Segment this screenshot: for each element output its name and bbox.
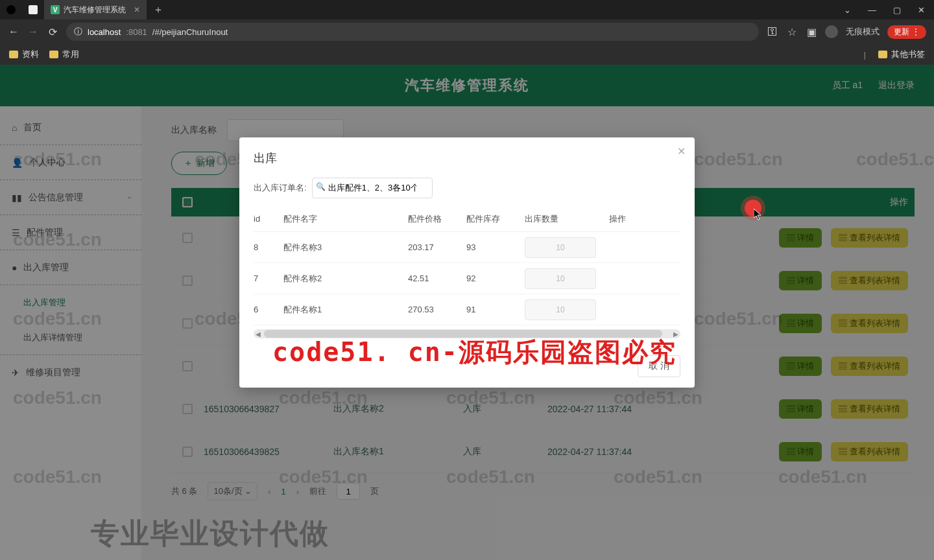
app-root: 汽车维修管理系统 员工 a1 退出登录 ⌂首页 👤个人中心 ▮▮公告信息管理› … [0,65,934,560]
modal-mask: 出库 ✕ 出入库订单名: 🔍 id 配件名字 配件价格 配件库存 出库数量 操作 [0,65,934,560]
update-button[interactable]: 更新⋮ [887,25,926,39]
forward-icon[interactable]: → [27,26,39,38]
info-icon: ⓘ [74,26,82,38]
dialog-table-row: 6配件名称1270.5391 [254,294,680,325]
chevron-down-icon[interactable]: ⌄ [844,5,851,15]
bookmark-bar: 资料 常用 | 其他书签 [0,44,934,65]
dialog-close-button[interactable]: ✕ [677,145,686,158]
folder-icon [9,51,18,58]
window-controls: ⌄ — ▢ ✕ [835,0,934,19]
scroll-left-icon[interactable]: ◀ [254,331,263,338]
address-bar: ← → ⟳ ⓘ localhost:8081/#/peijianChuruIno… [0,19,934,44]
url-input[interactable]: ⓘ localhost:8081/#/peijianChuruInout [66,23,759,41]
dialog-table-header: id 配件名字 配件价格 配件库存 出库数量 操作 [254,206,680,232]
tab-item-1[interactable] [22,0,44,19]
tab-label: 汽车维修管理系统 [64,5,126,16]
url-port: :8081 [126,27,147,37]
dialog-table-row: 8配件名称3203.1793 [254,232,680,263]
qty-input[interactable] [525,237,596,258]
url-host: localhost [88,27,121,37]
folder-icon [49,51,58,58]
tab-bar: V 汽车维修管理系统 ✕ ＋ ⌄ — ▢ ✕ [0,0,934,19]
folder-icon [878,51,887,58]
incognito-icon [825,25,838,38]
cancel-button[interactable]: 取 消 [638,355,680,377]
order-name-input[interactable] [312,178,433,198]
outbound-dialog: 出库 ✕ 出入库订单名: 🔍 id 配件名字 配件价格 配件库存 出库数量 操作 [239,137,695,388]
key-icon[interactable]: ⚿ [767,26,778,38]
tab-item-2[interactable]: V 汽车维修管理系统 ✕ [44,0,147,19]
order-name-label: 出入库订单名: [254,182,307,194]
panel-icon[interactable]: ▣ [806,26,817,38]
qty-input[interactable] [525,268,596,289]
url-path: /#/peijianChuruInout [152,27,228,37]
incognito-label: 无痕模式 [846,26,880,38]
qty-input[interactable] [525,299,596,320]
minimize-icon[interactable]: — [868,5,876,15]
star-icon[interactable]: ☆ [786,26,798,38]
back-icon[interactable]: ← [8,26,19,38]
tab-item-0[interactable] [0,0,22,19]
click-highlight [745,200,761,216]
cursor-icon [754,209,763,220]
horizontal-scrollbar[interactable]: ◀ ▶ [254,329,680,338]
dialog-title: 出库 [254,150,680,166]
search-icon: 🔍 [316,182,326,191]
scroll-right-icon[interactable]: ▶ [671,331,680,338]
close-icon[interactable]: ✕ [134,5,140,14]
reload-icon[interactable]: ⟳ [47,26,58,38]
dialog-table-row: 7配件名称242.5192 [254,263,680,294]
scroll-thumb[interactable] [264,330,662,338]
bookmark-folder-1[interactable]: 常用 [49,49,79,60]
close-window-icon[interactable]: ✕ [918,5,925,15]
new-tab-button[interactable]: ＋ [147,0,170,19]
maximize-icon[interactable]: ▢ [893,5,901,15]
other-bookmarks[interactable]: | 其他书签 [863,49,925,60]
dialog-table: id 配件名字 配件价格 配件库存 出库数量 操作 8配件名称3203.1793… [254,206,680,338]
vue-icon: V [51,5,60,14]
browser-chrome: V 汽车维修管理系统 ✕ ＋ ⌄ — ▢ ✕ ← → ⟳ ⓘ localhost… [0,0,934,65]
bookmark-folder-0[interactable]: 资料 [9,49,39,60]
